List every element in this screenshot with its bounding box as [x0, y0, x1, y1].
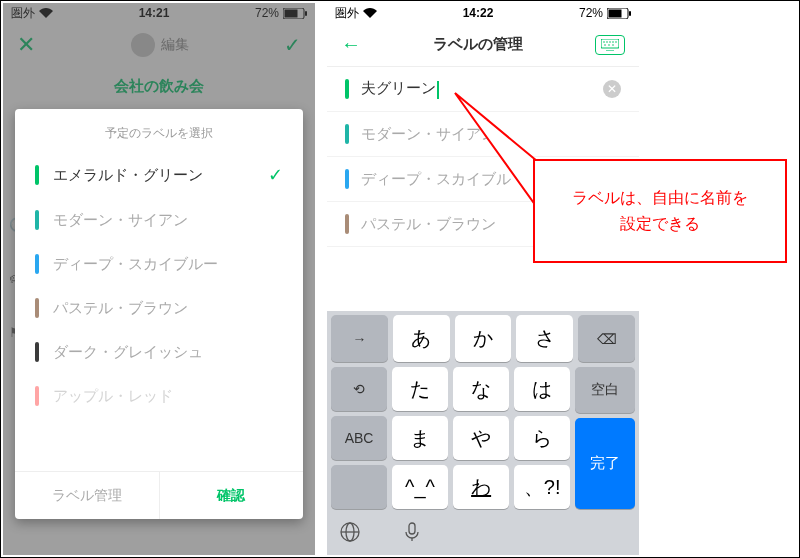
svg-rect-5 [629, 11, 631, 16]
manage-header: ← ラベルの管理 [327, 23, 639, 67]
function-key[interactable]: ⟲ [331, 367, 387, 411]
carrier-text: 圏外 [335, 5, 359, 22]
kana-key[interactable]: さ [516, 315, 573, 362]
svg-point-15 [612, 44, 614, 46]
keyboard-bottom-bar [327, 513, 639, 555]
kana-key[interactable]: か [455, 315, 512, 362]
kana-key[interactable]: わ [453, 465, 509, 509]
color-indicator [35, 165, 39, 185]
label-row[interactable]: モダーン・サイアン [327, 112, 639, 157]
label-row[interactable]: アップル・レッド [15, 374, 303, 418]
svg-point-12 [615, 41, 617, 43]
clock: 14:22 [463, 6, 494, 20]
mic-icon[interactable] [401, 521, 423, 548]
keyboard: →あかさ⌫⟲たなはABCまやら^_^わ、?!空白完了 [327, 311, 639, 555]
battery-percent: 72% [579, 6, 603, 20]
color-indicator [35, 210, 39, 230]
color-indicator [345, 169, 349, 189]
svg-point-10 [609, 41, 611, 43]
svg-point-13 [604, 44, 606, 46]
kana-key[interactable]: ら [514, 416, 570, 460]
keyboard-toggle-button[interactable] [595, 35, 625, 55]
svg-point-14 [608, 44, 610, 46]
function-key[interactable]: ABC [331, 416, 387, 460]
globe-icon[interactable] [339, 521, 361, 548]
label-list: エメラルド・グリーン✓モダーン・サイアンディープ・スカイブルーパステル・ブラウン… [15, 152, 303, 471]
callout-text: ラベルは、自由に名前を 設定できる [572, 185, 748, 236]
kana-key[interactable]: ^_^ [392, 465, 448, 509]
color-indicator [35, 298, 39, 318]
color-indicator [345, 79, 349, 99]
kana-key[interactable]: あ [393, 315, 450, 362]
svg-point-8 [603, 41, 605, 43]
backspace-key[interactable]: ⌫ [578, 315, 635, 362]
kana-key[interactable]: 、?! [514, 465, 570, 509]
battery-icon [607, 8, 631, 19]
confirm-button[interactable]: 確認 [160, 472, 304, 519]
label-row[interactable]: モダーン・サイアン [15, 198, 303, 242]
label-input-row[interactable]: 夫グリーン ✕ [327, 67, 639, 112]
svg-rect-6 [601, 39, 619, 48]
back-icon[interactable]: ← [341, 33, 361, 56]
sheet-title: 予定のラベルを選択 [15, 109, 303, 152]
phone-right: 圏外 14:22 72% ← ラベルの管理 夫グリーン ✕ モダーン・サイアンデ… [327, 3, 639, 555]
label-row[interactable]: エメラルド・グリーン✓ [15, 152, 303, 198]
keyboard-icon [601, 39, 619, 51]
svg-point-9 [606, 41, 608, 43]
label-select-sheet: 予定のラベルを選択 エメラルド・グリーン✓モダーン・サイアンディープ・スカイブル… [15, 109, 303, 519]
label-name: アップル・レッド [53, 387, 283, 406]
label-name: モダーン・サイアン [361, 125, 621, 144]
label-name: ディープ・スカイブルー [53, 255, 283, 274]
space-key[interactable]: 空白 [575, 367, 635, 413]
kana-key[interactable]: や [453, 416, 509, 460]
status-bar: 圏外 14:22 72% [327, 3, 639, 23]
color-indicator [345, 214, 349, 234]
color-indicator [35, 342, 39, 362]
text-cursor [437, 81, 439, 99]
svg-rect-4 [608, 9, 621, 17]
color-indicator [35, 386, 39, 406]
color-indicator [35, 254, 39, 274]
label-name: ダーク・グレイッシュ [53, 343, 283, 362]
sheet-footer: ラベル管理 確認 [15, 471, 303, 519]
kana-key[interactable]: な [453, 367, 509, 411]
label-row[interactable]: ダーク・グレイッシュ [15, 330, 303, 374]
label-row[interactable]: ディープ・スカイブルー [15, 242, 303, 286]
function-key[interactable]: → [331, 315, 388, 362]
clear-icon[interactable]: ✕ [603, 80, 621, 98]
label-name: モダーン・サイアン [53, 211, 283, 230]
manage-labels-button[interactable]: ラベル管理 [15, 472, 160, 519]
svg-rect-19 [409, 523, 415, 534]
annotation-callout: ラベルは、自由に名前を 設定できる [533, 159, 787, 263]
kana-key[interactable]: ま [392, 416, 448, 460]
wifi-icon [363, 8, 377, 18]
phone-left: 圏外 14:21 72% ✕ 編集 ✓ 会社の飲み会 🕐 🏷 ⚑ 予定のラベルを… [3, 3, 315, 555]
keyboard-collapse-key[interactable] [331, 465, 387, 509]
done-key[interactable]: 完了 [575, 418, 635, 509]
check-icon: ✓ [268, 164, 283, 186]
label-name: エメラルド・グリーン [53, 166, 268, 185]
color-indicator [345, 124, 349, 144]
label-input[interactable]: 夫グリーン [361, 79, 603, 98]
svg-point-11 [612, 41, 614, 43]
kana-key[interactable]: は [514, 367, 570, 411]
page-title: ラベルの管理 [433, 35, 523, 54]
kana-key[interactable]: た [392, 367, 448, 411]
label-row[interactable]: パステル・ブラウン [15, 286, 303, 330]
label-name: パステル・ブラウン [53, 299, 283, 318]
